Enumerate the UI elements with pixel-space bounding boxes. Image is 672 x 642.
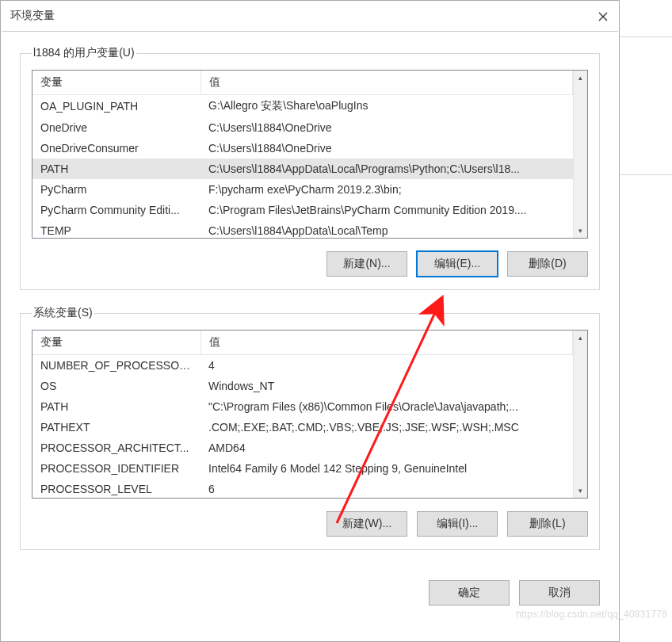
cell-value: C:\Users\l1884\OneDrive (200, 117, 573, 138)
user-new-button[interactable]: 新建(N)... (326, 251, 407, 277)
titlebar: 环境变量 (1, 1, 619, 31)
scroll-down-icon[interactable]: ▾ (574, 483, 587, 498)
col-header-value[interactable]: 值 (200, 71, 573, 95)
dialog-title: 环境变量 (10, 9, 55, 23)
cell-name: OS (32, 376, 200, 396)
user-edit-button[interactable]: 编辑(E)... (417, 251, 498, 277)
cell-name: TEMP (32, 220, 200, 238)
cell-name: PyCharm (32, 179, 200, 200)
table-row[interactable]: PROCESSOR_IDENTIFIERIntel64 Family 6 Mod… (32, 458, 573, 479)
table-row[interactable]: NUMBER_OF_PROCESSORS4 (32, 355, 573, 376)
user-vars-group: l1884 的用户变量(U) 变量 值 OA_PLUGIN_PATHG:\All… (20, 46, 600, 290)
table-row[interactable]: PATHC:\Users\l1884\AppData\Local\Program… (32, 159, 573, 179)
cell-value: G:\Allegro 安装\Share\oaPlugIns (200, 95, 573, 118)
cell-value: "C:\Program Files (x86)\Common Files\Ora… (200, 396, 573, 417)
table-row[interactable]: PATHEXT.COM;.EXE;.BAT;.CMD;.VBS;.VBE;.JS… (32, 417, 573, 438)
cell-name: PATH (32, 159, 200, 179)
cell-value: Intel64 Family 6 Model 142 Stepping 9, G… (200, 458, 573, 479)
watermark: https://blog.csdn.net/qq_40831778 (516, 609, 667, 620)
cell-value: C:\Users\l1884\AppData\Local\Programs\Py… (200, 159, 573, 179)
close-icon (598, 12, 608, 21)
table-row[interactable]: PROCESSOR_ARCHITECT...AMD64 (32, 438, 573, 458)
system-vars-group: 系统变量(S) 变量 值 NUMBER_OF_PROCESSORS4OSWind… (20, 306, 600, 550)
user-delete-button[interactable]: 删除(D) (507, 251, 588, 277)
background-panel (620, 0, 672, 642)
cell-value: C:\Users\l1884\AppData\Local\Temp (200, 220, 573, 238)
bg-divider (620, 174, 672, 175)
cell-name: OA_PLUGIN_PATH (32, 95, 200, 118)
system-edit-button[interactable]: 编辑(I)... (417, 511, 498, 537)
table-row[interactable]: OneDriveC:\Users\l1884\OneDrive (32, 117, 573, 138)
close-button[interactable] (592, 6, 614, 28)
cell-name: OneDrive (32, 117, 200, 138)
scrollbar[interactable]: ▴ ▾ (573, 71, 587, 238)
cell-value: Windows_NT (200, 376, 573, 396)
table-row[interactable]: PATH"C:\Program Files (x86)\Common Files… (32, 396, 573, 417)
col-header-name[interactable]: 变量 (32, 331, 200, 355)
cell-value: .COM;.EXE;.BAT;.CMD;.VBS;.VBE;.JS;.JSE;.… (200, 417, 573, 438)
cell-name: PROCESSOR_ARCHITECT... (32, 438, 200, 458)
col-header-value[interactable]: 值 (200, 331, 573, 355)
cell-value: AMD64 (200, 438, 573, 458)
table-row[interactable]: OSWindows_NT (32, 376, 573, 396)
user-vars-legend: l1884 的用户变量(U) (32, 46, 136, 60)
cell-name: PROCESSOR_LEVEL (32, 479, 200, 498)
table-row[interactable]: PROCESSOR_LEVEL6 (32, 479, 573, 498)
table-row[interactable]: OA_PLUGIN_PATHG:\Allegro 安装\Share\oaPlug… (32, 95, 573, 118)
cell-name: PATHEXT (32, 417, 200, 438)
cell-name: PATH (32, 396, 200, 417)
scroll-up-icon[interactable]: ▴ (574, 331, 587, 345)
cell-value: C:\Program Files\JetBrains\PyCharm Commu… (200, 200, 573, 220)
bg-divider (620, 36, 672, 37)
env-vars-dialog: 环境变量 l1884 的用户变量(U) 变量 值 (0, 0, 620, 642)
cell-name: NUMBER_OF_PROCESSORS (32, 355, 200, 376)
system-delete-button[interactable]: 删除(L) (507, 511, 588, 537)
system-new-button[interactable]: 新建(W)... (326, 511, 407, 537)
scroll-up-icon[interactable]: ▴ (574, 71, 587, 85)
cell-value: C:\Users\l1884\OneDrive (200, 138, 573, 159)
table-row[interactable]: OneDriveConsumerC:\Users\l1884\OneDrive (32, 138, 573, 159)
dialog-footer: 确定 取消 (1, 572, 619, 606)
cancel-button[interactable]: 取消 (519, 580, 600, 606)
table-row[interactable]: TEMPC:\Users\l1884\AppData\Local\Temp (32, 220, 573, 238)
cell-value: 6 (200, 479, 573, 498)
scrollbar[interactable]: ▴ ▾ (573, 331, 587, 498)
system-vars-legend: 系统变量(S) (32, 306, 94, 320)
cell-value: 4 (200, 355, 573, 376)
col-header-name[interactable]: 变量 (32, 71, 200, 95)
table-row[interactable]: PyCharm Community Editi...C:\Program Fil… (32, 200, 573, 220)
cell-value: F:\pycharm exe\PyCharm 2019.2.3\bin; (200, 179, 573, 200)
cell-name: PyCharm Community Editi... (32, 200, 200, 220)
user-vars-list[interactable]: 变量 值 OA_PLUGIN_PATHG:\Allegro 安装\Share\o… (32, 70, 588, 239)
cell-name: OneDriveConsumer (32, 138, 200, 159)
system-vars-list[interactable]: 变量 值 NUMBER_OF_PROCESSORS4OSWindows_NTPA… (32, 330, 588, 499)
scroll-down-icon[interactable]: ▾ (574, 224, 587, 238)
cell-name: PROCESSOR_IDENTIFIER (32, 458, 200, 479)
ok-button[interactable]: 确定 (429, 580, 510, 606)
table-row[interactable]: PyCharmF:\pycharm exe\PyCharm 2019.2.3\b… (32, 179, 573, 200)
